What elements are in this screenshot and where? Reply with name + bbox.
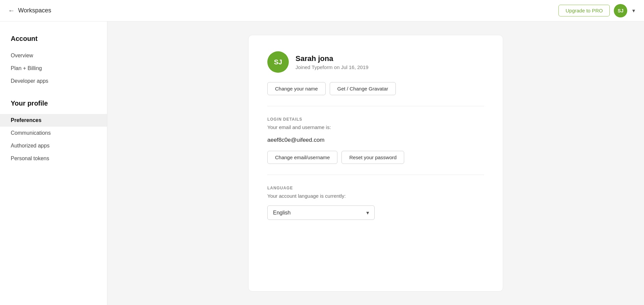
sidebar-item-preferences[interactable]: Preferences	[0, 114, 107, 127]
profile-section: Your profile Preferences Communications …	[11, 100, 107, 165]
main-card: SJ Sarah jona Joined Typeform on Jul 16,…	[248, 35, 503, 292]
profile-section-title: Your profile	[11, 100, 107, 107]
profile-name: Sarah jona	[296, 54, 368, 63]
login-action-buttons: Change email/username Reset your passwor…	[267, 151, 484, 164]
topnav-title: Workspaces	[18, 7, 51, 14]
topnav: ← Workspaces Upgrade to PRO SJ ▼	[0, 0, 644, 21]
profile-details: Sarah jona Joined Typeform on Jul 16, 20…	[296, 54, 368, 70]
login-email-value: aeef8c0e@uifeed.com	[267, 137, 484, 143]
language-section: LANGUAGE Your account language is curren…	[267, 186, 484, 220]
profile-avatar: SJ	[267, 51, 289, 73]
change-name-button[interactable]: Change your name	[267, 82, 326, 95]
user-menu-caret[interactable]: ▼	[631, 8, 636, 13]
language-section-desc: Your account language is currently:	[267, 193, 484, 199]
topnav-right: Upgrade to PRO SJ ▼	[558, 4, 636, 17]
divider-2	[267, 175, 484, 175]
account-section: Account Overview Plan + Billing Develope…	[11, 35, 107, 87]
login-details-section: LOGIN DETAILS Your email and username is…	[267, 117, 484, 164]
back-button[interactable]: ←	[8, 7, 15, 14]
topnav-left: ← Workspaces	[8, 7, 51, 14]
change-gravatar-button[interactable]: Get / Change Gravatar	[330, 82, 396, 95]
sidebar-item-personal-tokens[interactable]: Personal tokens	[11, 152, 107, 165]
login-section-label: LOGIN DETAILS	[267, 117, 484, 122]
content-area: SJ Sarah jona Joined Typeform on Jul 16,…	[107, 21, 644, 305]
divider-1	[267, 106, 484, 106]
profile-info-section: SJ Sarah jona Joined Typeform on Jul 16,…	[267, 51, 484, 73]
change-email-button[interactable]: Change email/username	[267, 151, 337, 164]
sidebar-item-overview[interactable]: Overview	[11, 49, 107, 62]
sidebar-item-plan-billing[interactable]: Plan + Billing	[11, 62, 107, 75]
login-section-desc: Your email and username is:	[267, 124, 484, 130]
sidebar: Account Overview Plan + Billing Develope…	[0, 21, 107, 305]
account-section-title: Account	[11, 35, 107, 43]
upgrade-button[interactable]: Upgrade to PRO	[558, 5, 610, 16]
sidebar-item-developer-apps[interactable]: Developer apps	[11, 75, 107, 87]
reset-password-button[interactable]: Reset your password	[341, 151, 404, 164]
profile-action-buttons: Change your name Get / Change Gravatar	[267, 82, 484, 95]
sidebar-item-authorized-apps[interactable]: Authorized apps	[11, 139, 107, 152]
language-select-wrapper: English Spanish French German Portuguese…	[267, 205, 375, 220]
layout: Account Overview Plan + Billing Develope…	[0, 21, 644, 305]
profile-joined: Joined Typeform on Jul 16, 2019	[296, 64, 368, 70]
sidebar-item-communications[interactable]: Communications	[11, 127, 107, 139]
user-avatar[interactable]: SJ	[614, 4, 627, 17]
language-select[interactable]: English Spanish French German Portuguese	[267, 205, 375, 220]
language-section-label: LANGUAGE	[267, 186, 484, 190]
